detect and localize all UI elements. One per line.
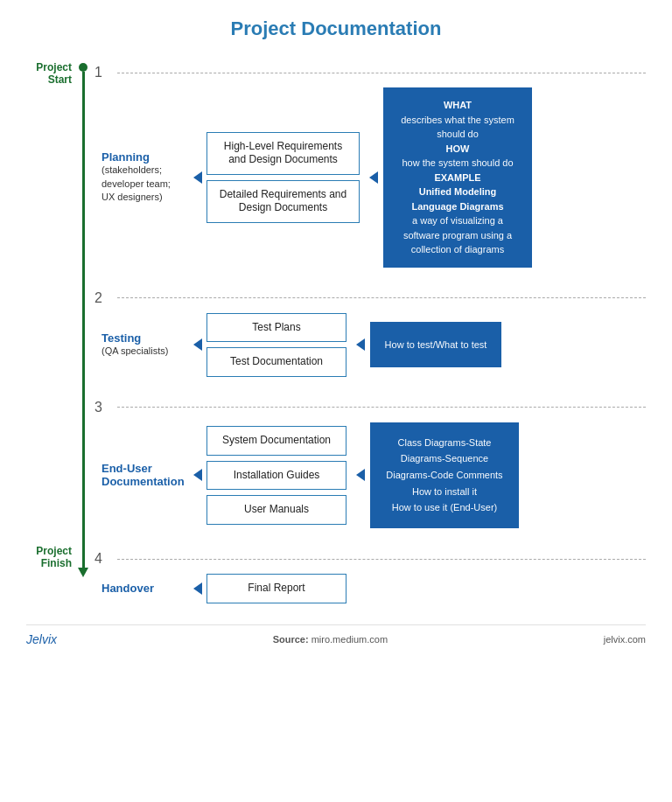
section-4-doc-boxes: Final Report [206, 574, 346, 603]
section-4-header: 4 [94, 544, 646, 567]
footer-url: jelvix.com [604, 634, 646, 645]
section-2-label: Testing (QA specialists) [102, 331, 193, 358]
section-4-title: Handover [102, 582, 186, 595]
section-4-content: Handover Final Report [94, 574, 646, 612]
section-1-content: Planning (stakeholders; developer team; … [94, 87, 646, 283]
doc-box-1-1: High-Level Requirements and Design Docum… [206, 132, 360, 175]
section-1-doc-boxes: High-Level Requirements and Design Docum… [206, 132, 360, 223]
main-area: ProjectStart ProjectFinish 1 [26, 58, 646, 612]
doc-box-3-3: User Manuals [206, 495, 346, 525]
section-1-arrow-left [193, 171, 202, 184]
section-3-dashed-line [117, 407, 646, 408]
left-column: ProjectStart ProjectFinish [26, 58, 94, 612]
section-4-dashed-line [117, 559, 646, 560]
section-3-arrow-right [356, 469, 365, 481]
info-1-key-2: HOW [446, 143, 470, 154]
doc-box-2-1: Test Plans [206, 313, 346, 343]
info-1-val-1: describes what the system should do [401, 115, 514, 140]
section-2-header: 2 [94, 283, 646, 306]
section-2-arrow-right [356, 338, 365, 351]
project-finish-label: ProjectFinish [36, 545, 72, 612]
footer: Jelvix Source: miro.medium.com jelvix.co… [26, 624, 646, 646]
section-1-dashed-line [117, 73, 646, 73]
page-container: Project Documentation ProjectStart Proje… [0, 0, 672, 802]
section-2-title: Testing [102, 331, 186, 345]
section-3-header: 3 [94, 393, 646, 415]
section-4-arrow-left [193, 582, 202, 595]
info-1-example-bold: Unified Modeling Language Diagrams [411, 186, 503, 212]
section-2-arrow-left [193, 338, 202, 351]
section-2-dashed-line [117, 297, 646, 298]
section-3-content: End-User Documentation System Documentat… [94, 422, 646, 544]
info-2-val-1: How to test/What to test [385, 339, 487, 350]
doc-box-4-1: Final Report [206, 574, 346, 603]
sections-column: 1 Planning (stakeholders; developer team… [94, 58, 646, 612]
project-start-label: ProjectStart [36, 58, 72, 87]
doc-box-3-2: Installation Guides [206, 461, 346, 491]
section-1-label: Planning (stakeholders; developer team; … [102, 150, 193, 204]
title-bold: Documentation [301, 17, 441, 39]
timeline-column [74, 58, 93, 612]
page-title: Project Documentation [26, 17, 646, 40]
doc-box-3-1: System Documentation [206, 426, 346, 456]
section-2-sub: (QA specialists) [102, 345, 186, 358]
section-1-header: 1 [94, 58, 646, 80]
section-3-number: 3 [94, 400, 108, 415]
info-3-val-2: How to install it [412, 486, 477, 497]
section-1-info-box: WHAT describes what the system should do… [383, 87, 532, 268]
section-1: 1 Planning (stakeholders; developer team… [94, 58, 646, 283]
section-2-number: 2 [94, 290, 108, 306]
section-3-doc-boxes: System Documentation Installation Guides… [206, 426, 346, 525]
section-3-arrow-left [193, 469, 202, 481]
section-4-label: Handover [102, 582, 193, 595]
label-column: ProjectStart ProjectFinish [26, 58, 74, 612]
section-2-info-box: How to test/What to test [370, 322, 501, 368]
section-4-number: 4 [94, 551, 108, 567]
section-3-title: End-User Documentation [102, 462, 186, 488]
footer-source-value: miro.medium.com [312, 634, 388, 645]
footer-logo: Jelvix [26, 632, 57, 646]
section-1-arrow-right [369, 171, 378, 184]
start-dot [79, 63, 88, 72]
section-4: 4 Handover Final Report [94, 544, 646, 612]
footer-source-label: Source: [273, 634, 312, 645]
title-prefix: Project [231, 17, 302, 39]
section-2-doc-boxes: Test Plans Test Documentation [206, 313, 346, 377]
info-1-val-3: a way of visualizing a software program … [403, 215, 512, 255]
timeline-line [82, 72, 85, 568]
info-1-val-2: how the system should do [402, 157, 513, 168]
doc-box-2-2: Test Documentation [206, 347, 346, 377]
section-3-label: End-User Documentation [102, 462, 193, 488]
section-2-content: Testing (QA specialists) Test Plans Test… [94, 313, 646, 393]
info-1-key-3: EXAMPLE [434, 172, 480, 183]
info-3-val-1: Class Diagrams-State Diagrams-Sequence D… [386, 437, 502, 480]
section-1-number: 1 [94, 65, 108, 80]
timeline-arrow [78, 568, 88, 577]
section-3: 3 End-User Documentation System Document… [94, 393, 646, 544]
info-1-key-1: WHAT [444, 100, 472, 110]
section-3-info-box: Class Diagrams-State Diagrams-Sequence D… [370, 422, 519, 528]
section-1-sub: (stakeholders; developer team; UX design… [102, 164, 186, 204]
doc-box-1-2: Detailed Requirements and Design Documen… [206, 180, 360, 223]
info-3-val-3: How to use it (End-User) [392, 502, 497, 513]
section-2: 2 Testing (QA specialists) Test Plans Te… [94, 283, 646, 393]
footer-source: Source: miro.medium.com [273, 634, 388, 645]
section-1-title: Planning [102, 150, 186, 164]
